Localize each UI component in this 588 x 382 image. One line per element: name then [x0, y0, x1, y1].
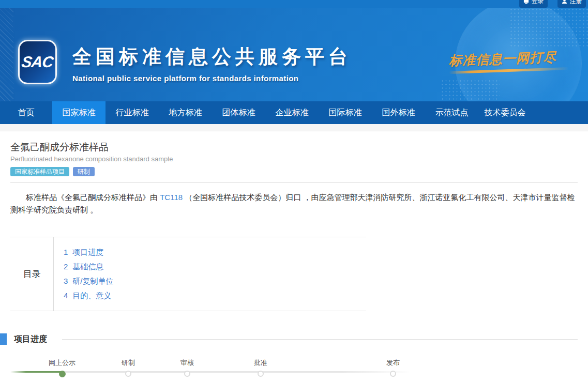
progress-step-development: 研制: [122, 358, 135, 377]
register-button[interactable]: 注册: [557, 0, 586, 8]
intro-text-pre: 标准样品《全氟己酮成分标准样品》由: [26, 193, 160, 202]
nav-item-foreign-standards[interactable]: 国外标准: [372, 101, 425, 124]
nav-item-industry-standards[interactable]: 行业标准: [105, 101, 159, 124]
progress-dot: [125, 371, 131, 377]
progress-step-label: 网上公示: [49, 358, 76, 368]
progress-step-review: 审核: [180, 358, 194, 377]
tag-row: 国家标准样品项目 研制: [10, 167, 578, 176]
main-nav: 首页 国家标准 行业标准 地方标准 团体标准 企业标准 国际标准 国外标准 示范…: [0, 101, 588, 124]
divider: [10, 182, 578, 183]
toc-item-basic-info[interactable]: 2 基础信息: [64, 259, 366, 274]
progress-dot-active: [59, 371, 66, 377]
nav-item-technical-committees[interactable]: 技术委员会: [478, 101, 532, 124]
toc-item-development-units[interactable]: 3 研/复制单位: [64, 274, 366, 288]
progress-dot: [390, 371, 396, 377]
tc118-link[interactable]: TC118: [160, 193, 183, 202]
sub-bar: [0, 124, 588, 131]
progress-step-online-publicity: 网上公示: [49, 358, 76, 377]
progress-line-remaining: [62, 371, 411, 373]
banner: SAC 全国标准信息公共服务平台 National public service…: [0, 8, 588, 101]
progress-step-label: 研制: [122, 358, 135, 368]
login-button[interactable]: 登录: [519, 0, 548, 8]
section-rule: [62, 339, 578, 340]
topbar: 登录 注册: [0, 0, 588, 8]
toc-item-num: 3: [64, 274, 68, 288]
sac-logo-text: SAC: [21, 53, 54, 71]
sac-logo: SAC: [18, 40, 57, 84]
section-accent-bar: [0, 333, 7, 345]
banner-slogan: 标准信息一网打尽: [449, 50, 569, 72]
progress-timeline: 网上公示 研制 审核 批准 发布: [0, 345, 588, 382]
nav-item-local-standards[interactable]: 地方标准: [159, 101, 212, 124]
banner-title: 全国标准信息公共服务平台: [72, 44, 352, 70]
progress-step-publication: 发布: [386, 358, 400, 377]
toc-item-project-progress[interactable]: 1 项目进度: [64, 245, 366, 259]
section-title: 项目进度: [14, 334, 47, 345]
progress-dot: [258, 371, 264, 377]
nav-item-group-standards[interactable]: 团体标准: [212, 101, 265, 124]
page-root: 登录 注册 SAC 全国标准信息公共服务平台 National public s…: [0, 0, 588, 382]
dot-pattern: [509, 8, 588, 48]
banner-slogan-text: 标准信息一网打尽: [448, 48, 569, 69]
nav-item-home[interactable]: 首页: [0, 101, 52, 124]
toc-item-purpose[interactable]: 4 目的、意义: [64, 288, 366, 303]
login-label: 登录: [532, 0, 544, 6]
tag-project-type: 国家标准样品项目: [10, 167, 69, 176]
toc-item-label: 目的、意义: [72, 288, 111, 303]
progress-step-label: 批准: [254, 358, 267, 368]
progress-step-approval: 批准: [254, 358, 267, 377]
page-title: 全氟己酮成分标准样品: [10, 142, 578, 153]
toc-item-label: 基础信息: [72, 259, 103, 274]
toc-item-num: 4: [64, 288, 68, 303]
nav-item-pilot-demonstration[interactable]: 示范试点: [425, 101, 478, 124]
progress-step-label: 发布: [386, 358, 400, 368]
toc-item-label: 研/复制单位: [72, 274, 113, 288]
nav-item-international-standards[interactable]: 国际标准: [319, 101, 372, 124]
banner-subtitle: National public service platform for sta…: [72, 74, 352, 83]
nav-item-enterprise-standards[interactable]: 企业标准: [265, 101, 319, 124]
progress-step-label: 审核: [180, 358, 194, 368]
toc-item-num: 1: [64, 245, 68, 259]
dot-pattern: [441, 79, 500, 101]
toc-title: 目录: [10, 237, 53, 311]
nav-item-national-standards[interactable]: 国家标准: [52, 101, 105, 124]
toc-list: 1 项目进度 2 基础信息 3 研/复制单位 4 目的、意义: [53, 237, 366, 311]
intro-paragraph: 标准样品《全氟己酮成分标准样品》由 TC118 （全国标准样品技术委员会）归口 …: [10, 191, 578, 216]
toc-item-label: 项目进度: [72, 245, 103, 259]
banner-titles: 全国标准信息公共服务平台 National public service pla…: [72, 44, 352, 83]
login-icon: [523, 0, 529, 4]
register-label: 注册: [570, 0, 582, 6]
main-content: 全氟己酮成分标准样品 Perfluorinated hexanone compo…: [0, 142, 588, 382]
tag-status: 研制: [73, 167, 95, 176]
page-subtitle-en: Perfluorinated hexanone composition stan…: [10, 155, 578, 163]
progress-dot: [184, 371, 190, 377]
toc-box: 目录 1 项目进度 2 基础信息 3 研/复制单位 4 目的、意义: [10, 237, 366, 311]
section-project-progress: 项目进度: [10, 333, 578, 345]
person-icon: [562, 0, 567, 4]
toc-item-num: 2: [64, 259, 68, 274]
